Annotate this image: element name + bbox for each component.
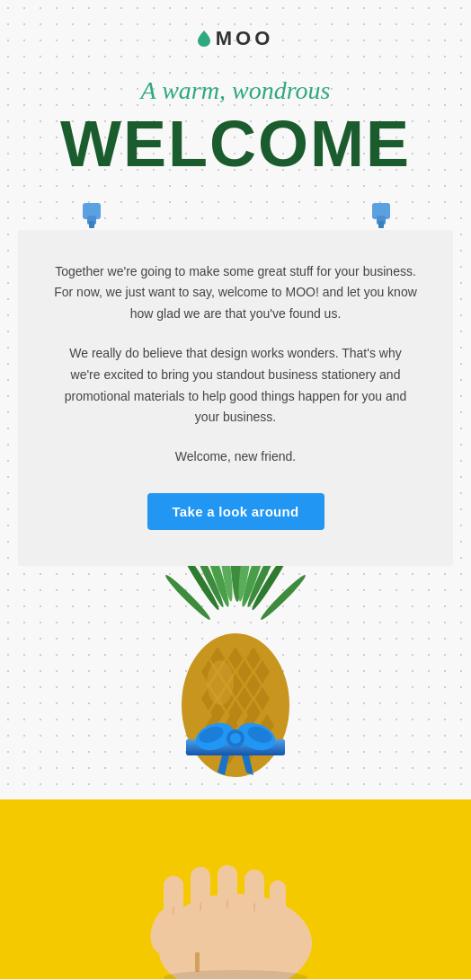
welcome-heading: WELCOME xyxy=(18,111,453,176)
tagline: A warm, wondrous xyxy=(18,75,453,106)
svg-point-44 xyxy=(207,660,234,705)
yellow-bottom xyxy=(0,799,471,979)
card-section: Together we're going to make some great … xyxy=(18,230,453,566)
clip-right xyxy=(370,203,390,230)
page-wrapper: MOO A warm, wondrous WELCOME Together we… xyxy=(0,0,471,979)
svg-point-12 xyxy=(258,572,307,622)
pineapple-section xyxy=(0,566,471,979)
svg-rect-2 xyxy=(89,221,94,228)
cta-button[interactable]: Take a look around xyxy=(147,493,324,530)
svg-point-52 xyxy=(230,733,241,744)
card-paragraph-1: Together we're going to make some great … xyxy=(54,261,417,325)
pineapple-dotted-bg xyxy=(0,566,471,799)
svg-rect-5 xyxy=(378,221,384,228)
top-section: MOO A warm, wondrous WELCOME xyxy=(0,0,471,176)
logo-drop-icon xyxy=(198,31,210,47)
card-paragraph-2: We really do believe that design works w… xyxy=(54,343,417,428)
clip-left xyxy=(81,203,101,230)
svg-rect-68 xyxy=(195,952,200,972)
svg-point-9 xyxy=(163,572,212,622)
logo-text: MOO xyxy=(216,27,274,50)
clips-area xyxy=(0,203,471,230)
pineapple-illustration xyxy=(150,566,321,799)
pineapple-leaves xyxy=(163,566,307,622)
hand-illustration xyxy=(101,799,370,979)
card-closing: Welcome, new friend. xyxy=(54,446,417,468)
logo-container: MOO xyxy=(18,27,453,50)
